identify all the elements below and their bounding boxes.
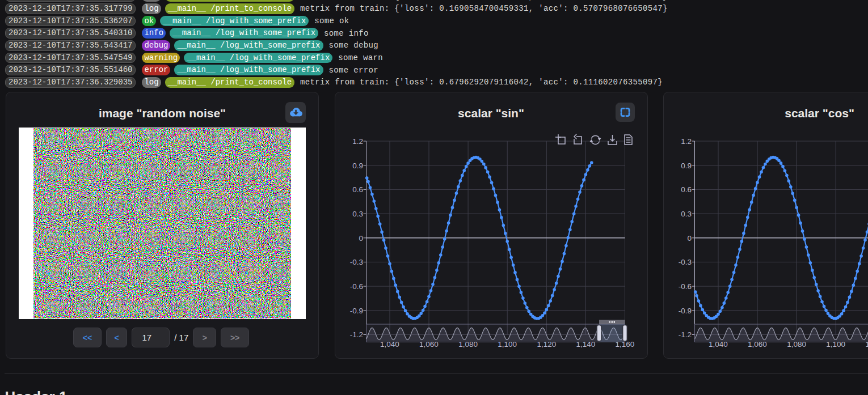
- svg-text:1,060: 1,060: [419, 339, 439, 348]
- svg-text:1,140: 1,140: [576, 339, 595, 348]
- svg-text:0.3: 0.3: [681, 209, 692, 218]
- svg-text:1,040: 1,040: [709, 339, 728, 348]
- svg-text:1.2: 1.2: [681, 137, 692, 145]
- svg-text:1.2: 1.2: [352, 137, 363, 145]
- svg-text:0: 0: [359, 233, 363, 242]
- svg-text:-0.3: -0.3: [349, 258, 363, 266]
- svg-text:0.9: 0.9: [352, 161, 363, 169]
- svg-text:0.6: 0.6: [352, 185, 363, 194]
- svg-text:1,040: 1,040: [380, 339, 399, 348]
- svg-text:-0.9: -0.9: [678, 306, 691, 315]
- svg-text:-1.2: -1.2: [678, 330, 691, 339]
- svg-text:1,080: 1,080: [787, 339, 806, 348]
- svg-text:1,080: 1,080: [458, 339, 478, 348]
- svg-text:0.9: 0.9: [681, 161, 692, 169]
- svg-text:-0.3: -0.3: [678, 258, 691, 266]
- svg-text:-1.2: -1.2: [349, 330, 363, 339]
- svg-text:0.6: 0.6: [681, 185, 692, 194]
- svg-text:1,100: 1,100: [498, 339, 517, 348]
- svg-text:0.3: 0.3: [352, 209, 363, 218]
- svg-text:1,120: 1,120: [537, 339, 556, 348]
- svg-text:1,160: 1,160: [615, 339, 634, 348]
- svg-text:1,120: 1,120: [865, 339, 868, 348]
- svg-text:-0.6: -0.6: [678, 282, 691, 290]
- svg-text:-0.9: -0.9: [349, 306, 363, 315]
- svg-text:0: 0: [687, 233, 692, 242]
- svg-text:1,100: 1,100: [826, 339, 845, 348]
- svg-text:-0.6: -0.6: [349, 282, 363, 290]
- svg-text:1,060: 1,060: [748, 339, 767, 348]
